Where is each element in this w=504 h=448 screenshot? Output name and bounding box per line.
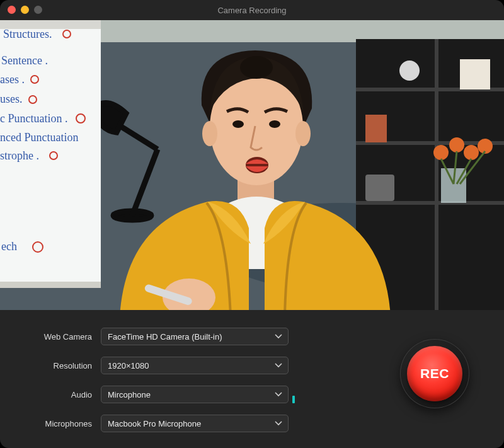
- record-button-ring: REC: [400, 339, 469, 408]
- window-title: Camera Recording: [217, 6, 286, 15]
- svg-point-9: [399, 60, 420, 81]
- microphone-value: Macbook Pro Microphone: [108, 419, 201, 428]
- record-button[interactable]: REC: [407, 346, 462, 401]
- svg-point-13: [433, 145, 449, 160]
- close-icon[interactable]: [8, 6, 16, 14]
- svg-point-15: [464, 145, 479, 160]
- svg-text:Structures.: Structures.: [3, 28, 52, 40]
- svg-text:uses.: uses.: [0, 93, 23, 105]
- svg-text:ech: ech: [1, 240, 17, 253]
- svg-text:Sentence .: Sentence .: [1, 54, 48, 67]
- label-microphones: Microphones: [0, 419, 101, 428]
- svg-rect-11: [460, 59, 490, 89]
- chevron-down-icon: [275, 363, 282, 368]
- svg-point-43: [269, 120, 280, 128]
- svg-text:strophe .: strophe .: [0, 149, 39, 162]
- svg-text:c Punctuation .: c Punctuation .: [0, 112, 67, 125]
- camera-preview: Structures. Sentence . ases . uses. c Pu…: [0, 20, 504, 310]
- svg-point-40: [202, 121, 217, 146]
- svg-point-41: [295, 121, 311, 146]
- web-camera-select[interactable]: FaceTime HD Camera (Built-in): [101, 328, 289, 345]
- label-resolution: Resolution: [0, 361, 101, 370]
- svg-point-47: [240, 56, 273, 79]
- audio-level-meter: [292, 386, 297, 403]
- svg-rect-1: [101, 20, 504, 42]
- audio-value: Mircophone: [108, 390, 151, 399]
- microphone-select[interactable]: Macbook Pro Microphone: [101, 415, 289, 432]
- maximize-icon[interactable]: [34, 6, 42, 14]
- svg-text:ases .: ases .: [0, 73, 25, 86]
- web-camera-value: FaceTime HD Camera (Built-in): [108, 332, 222, 342]
- chevron-down-icon: [275, 334, 282, 339]
- svg-rect-17: [365, 175, 394, 201]
- svg-point-42: [232, 120, 244, 128]
- chevron-down-icon: [275, 392, 282, 397]
- chevron-down-icon: [275, 421, 282, 426]
- traffic-lights: [8, 6, 42, 14]
- audio-select[interactable]: Mircophone: [101, 386, 289, 403]
- app-window: Camera Recording: [0, 0, 504, 448]
- resolution-value: 1920×1080: [108, 361, 149, 370]
- svg-point-14: [449, 137, 464, 152]
- minimize-icon[interactable]: [21, 6, 29, 14]
- titlebar: Camera Recording: [0, 0, 504, 20]
- controls-panel: Web Camera FaceTime HD Camera (Built-in)…: [0, 310, 504, 436]
- label-audio: Audio: [0, 390, 101, 399]
- svg-text:nced  Punctuation: nced Punctuation: [0, 131, 78, 144]
- label-web-camera: Web Camera: [0, 332, 101, 342]
- svg-rect-10: [365, 115, 387, 142]
- svg-rect-23: [0, 282, 101, 288]
- row-microphones: Microphones Macbook Pro Microphone: [0, 411, 504, 436]
- resolution-select[interactable]: 1920×1080: [101, 357, 289, 374]
